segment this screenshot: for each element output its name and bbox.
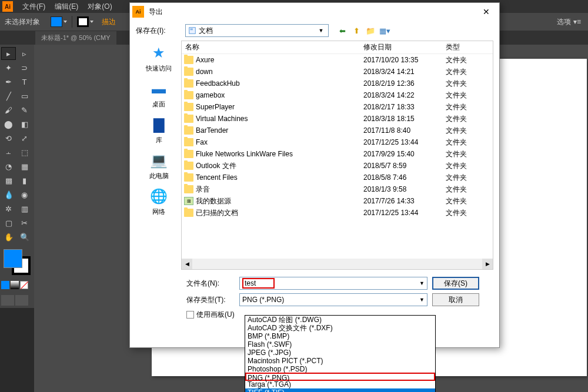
horizontal-scrollbar[interactable]: ◀ ▶ (182, 259, 493, 269)
folder-icon (184, 173, 193, 182)
format-option[interactable]: PNG (*.PNG) (245, 373, 435, 381)
menu-file[interactable]: 文件(F) (18, 2, 50, 12)
blend-tool[interactable]: ◉ (17, 188, 32, 201)
format-option[interactable]: AutoCAD 绘图 (*.DWG) (245, 316, 435, 324)
chevron-down-icon (90, 21, 93, 23)
scale-tool[interactable]: ⤢ (17, 132, 32, 145)
place-item[interactable]: ▬桌面 (149, 79, 169, 109)
shape-builder-tool[interactable]: ◔ (1, 160, 16, 173)
tab-document[interactable]: 未标题-1* @ 50% (CMY (35, 31, 116, 45)
free-transform-tool[interactable]: ⬚ (17, 146, 32, 159)
file-row[interactable]: Virtual Machines2018/3/18 18:15文件夹 (182, 113, 493, 125)
svg-rect-2 (191, 29, 193, 30)
close-button[interactable]: ✕ (476, 5, 497, 19)
place-item[interactable]: ★快速访问 (146, 43, 172, 73)
chevron-down-icon: ▼ (419, 297, 425, 303)
folder-icon (184, 56, 193, 64)
place-item[interactable]: ▇库 (149, 115, 169, 145)
menu-object[interactable]: 对象(O) (83, 2, 116, 12)
save-button[interactable]: 保存(S) (432, 277, 479, 290)
file-row[interactable]: Tencent Files2018/5/8 7:46文件夹 (182, 172, 493, 183)
file-list[interactable]: Axure2017/10/20 13:35文件夹down2018/3/24 14… (182, 54, 493, 268)
format-option[interactable]: BMP (*.BMP) (245, 332, 435, 340)
eraser-tool[interactable]: ◧ (17, 118, 32, 130)
perspective-tool[interactable]: ▦ (17, 160, 32, 173)
paintbrush-tool[interactable]: 🖌 (1, 103, 16, 116)
slice-tool[interactable]: ✂ (17, 216, 32, 229)
file-row[interactable]: Outlook 文件2018/5/7 8:59文件夹 (182, 160, 493, 172)
filename-input[interactable]: test ▼ (239, 277, 427, 290)
magic-wand-tool[interactable]: ✦ (1, 61, 16, 74)
file-date: 2018/3/18 18:15 (363, 115, 446, 123)
column-date[interactable]: 修改日期 (363, 42, 446, 52)
format-option[interactable]: Macintosh PICT (*.PCT) (245, 357, 435, 365)
column-name[interactable]: 名称 (182, 42, 363, 52)
format-option[interactable]: JPEG (*.JPG) (245, 349, 435, 357)
zoom-tool[interactable]: 🔍 (17, 230, 32, 243)
file-row[interactable]: 已扫描的文档2017/12/25 13:44文件夹 (182, 207, 493, 219)
artboard-tool[interactable]: ▢ (1, 216, 16, 229)
file-row[interactable]: ⊞我的数据源2017/7/26 14:33文件夹 (182, 195, 493, 207)
lasso-tool[interactable]: ⊃ (17, 61, 32, 74)
line-tool[interactable]: ╱ (1, 89, 16, 102)
mesh-tool[interactable]: ▩ (1, 174, 16, 187)
filetype-combo[interactable]: PNG (*.PNG) ▼ (239, 293, 427, 306)
file-row[interactable]: 录音2018/1/3 9:58文件夹 (182, 183, 493, 195)
format-option[interactable]: TIFF (*.TIF) (245, 388, 435, 392)
options-label[interactable]: 选项 (557, 17, 571, 27)
type-tool[interactable]: T (17, 75, 32, 88)
width-tool[interactable]: ⫠ (1, 146, 16, 159)
file-row[interactable]: gamebox2018/3/24 14:22文件夹 (182, 89, 493, 101)
column-graph-tool[interactable]: ▥ (17, 202, 32, 215)
file-row[interactable]: Fluke Networks LinkWare Files2017/9/29 1… (182, 148, 493, 160)
gradient-tool[interactable]: ▮ (17, 174, 32, 187)
cancel-button[interactable]: 取消 (432, 293, 479, 306)
scroll-right-icon[interactable]: ▶ (482, 259, 493, 269)
back-button[interactable]: ⬅ (336, 24, 349, 37)
up-button[interactable]: ⬆ (350, 24, 363, 37)
eyedropper-tool[interactable]: 💧 (1, 188, 16, 201)
file-type: 文件夹 (446, 161, 493, 171)
file-row[interactable]: SuperPlayer2018/2/17 18:33文件夹 (182, 101, 493, 113)
column-type[interactable]: 类型 (446, 42, 493, 52)
file-row[interactable]: BarTender2017/11/8 8:40文件夹 (182, 125, 493, 136)
filetype-dropdown-list[interactable]: AutoCAD 绘图 (*.DWG)AutoCAD 交换文件 (*.DXF)BM… (245, 315, 436, 392)
rectangle-tool[interactable]: ▭ (17, 89, 32, 102)
place-item[interactable]: 🌐网络 (149, 186, 169, 216)
place-item[interactable]: 💻此电脑 (149, 150, 169, 180)
file-row[interactable]: down2018/3/24 14:21文件夹 (182, 66, 493, 78)
format-option[interactable]: Photoshop (*.PSD) (245, 365, 435, 373)
folder-icon (184, 138, 193, 146)
dialog-titlebar[interactable]: Ai 导出 ✕ (130, 3, 499, 21)
file-name: Axure (196, 56, 363, 64)
filetype-value: PNG (*.PNG) (242, 296, 284, 304)
format-option[interactable]: AutoCAD 交换文件 (*.DXF) (245, 324, 435, 332)
pen-tool[interactable]: ✒ (1, 75, 16, 88)
file-row[interactable]: Fax2017/12/25 13:44文件夹 (182, 136, 493, 148)
pencil-tool[interactable]: ✎ (17, 103, 32, 116)
screen-mode-toggle[interactable] (1, 295, 28, 306)
view-menu-button[interactable]: ▦▾ (378, 24, 391, 37)
file-row[interactable]: Axure2017/10/20 13:35文件夹 (182, 54, 493, 66)
format-option[interactable]: Flash (*.SWF) (245, 340, 435, 349)
symbol-sprayer-tool[interactable]: ✲ (1, 202, 16, 215)
scroll-left-icon[interactable]: ◀ (182, 259, 192, 269)
selection-tool[interactable]: ▸ (1, 47, 16, 60)
color-swatches[interactable] (1, 247, 33, 276)
menu-edit[interactable]: 编辑(E) (50, 2, 83, 12)
direct-selection-tool[interactable]: ▹ (17, 47, 32, 60)
stroke-color-control[interactable] (77, 16, 93, 27)
place-icon: ▇ (149, 115, 169, 135)
color-mode-toggle[interactable] (1, 281, 28, 289)
rotate-tool[interactable]: ⟲ (1, 132, 16, 145)
use-artboards-checkbox[interactable] (186, 311, 194, 319)
app-logo: Ai (2, 1, 13, 12)
file-row[interactable]: FeedbackHub2018/2/19 12:36文件夹 (182, 78, 493, 89)
fill-color-control[interactable] (51, 16, 67, 27)
save-in-combo[interactable]: 文档 ▼ (185, 24, 329, 37)
file-name: 我的数据源 (196, 196, 363, 206)
hand-tool[interactable]: ✋ (1, 230, 16, 243)
blob-brush-tool[interactable]: ⬤ (1, 118, 16, 130)
menu-icon[interactable]: ▾≡ (573, 18, 581, 26)
new-folder-button[interactable]: 📁 (364, 24, 377, 37)
